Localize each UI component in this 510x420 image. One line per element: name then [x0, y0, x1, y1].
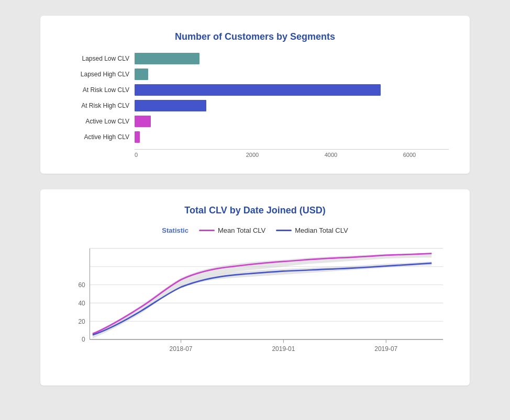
bar-container [135, 100, 449, 111]
svg-text:40: 40 [78, 300, 85, 307]
bar-label: Active High CLV [61, 133, 135, 141]
bar-label: Lapsed Low CLV [61, 55, 135, 62]
legend-item-median: Median Total CLV [276, 226, 348, 234]
axis-tick: 2000 [213, 152, 292, 158]
median-line-swatch [276, 230, 292, 231]
bar-container [135, 69, 449, 80]
svg-text:60: 60 [78, 281, 85, 289]
legend: Statistic Mean Total CLV Median Total CL… [61, 226, 449, 234]
bar [135, 116, 151, 127]
bar-row: At Risk Low CLV [61, 84, 449, 96]
axis-tick: 6000 [370, 152, 449, 158]
svg-text:20: 20 [78, 318, 85, 325]
bar [135, 53, 199, 64]
bar [135, 131, 140, 143]
bar-container [135, 131, 449, 143]
bar-chart-card: Number of Customers by Segments Lapsed L… [40, 16, 470, 174]
bar-container [135, 116, 449, 127]
line-chart-svg: 0 20 40 60 2018-07 2019-01 2019-07 [61, 243, 449, 368]
bar-axis: 0200040006000 [135, 149, 449, 158]
bar-chart: Lapsed Low CLV Lapsed High CLV At Risk L… [61, 53, 449, 147]
bar [135, 100, 206, 111]
line-chart-svg-container: 0 20 40 60 2018-07 2019-01 2019-07 [61, 243, 449, 370]
svg-text:2019-07: 2019-07 [374, 345, 397, 353]
bar-label: At Risk Low CLV [61, 86, 135, 94]
bar-label: At Risk High CLV [61, 102, 135, 109]
legend-median-label: Median Total CLV [295, 226, 348, 234]
legend-stat-label: Statistic [162, 226, 189, 234]
bar-container [135, 84, 449, 96]
line-chart-card: Total CLV by Date Joined (USD) Statistic… [40, 189, 470, 385]
bar [135, 84, 381, 96]
axis-tick: 4000 [292, 152, 370, 158]
bar-row: Active High CLV [61, 131, 449, 143]
svg-text:0: 0 [82, 336, 85, 343]
legend-mean-label: Mean Total CLV [218, 226, 265, 234]
line-chart-title: Total CLV by Date Joined (USD) [61, 205, 449, 216]
mean-line-swatch [199, 230, 215, 231]
bar-label: Lapsed High CLV [61, 71, 135, 78]
bar-container [135, 53, 449, 64]
bar-label: Active Low CLV [61, 118, 135, 125]
bar [135, 69, 148, 80]
legend-item-mean: Mean Total CLV [199, 226, 265, 234]
svg-text:2018-07: 2018-07 [170, 345, 193, 353]
svg-text:2019-01: 2019-01 [272, 345, 295, 353]
bar-row: Lapsed High CLV [61, 69, 449, 80]
bar-row: Active Low CLV [61, 116, 449, 127]
bar-chart-title: Number of Customers by Segments [61, 31, 449, 42]
axis-tick: 0 [135, 152, 213, 158]
bar-row: Lapsed Low CLV [61, 53, 449, 64]
bar-row: At Risk High CLV [61, 100, 449, 111]
